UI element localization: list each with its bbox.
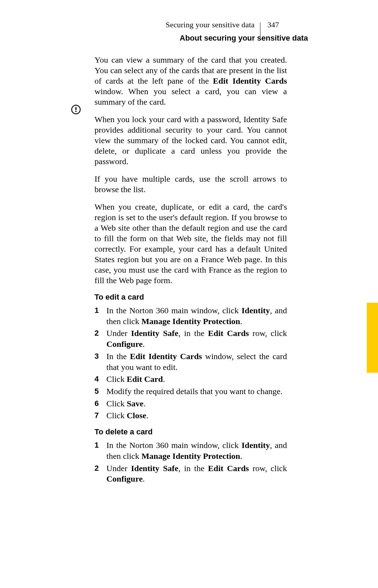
text-run-bold: Identity	[241, 306, 270, 315]
step: Under Identity Safe, in the Edit Cards r…	[94, 328, 287, 349]
text-run-bold: Edit Identity Cards	[130, 352, 202, 361]
steps-edit-card: In the Norton 360 main window, click Ide…	[94, 305, 287, 421]
text-run: .	[144, 399, 146, 408]
text-run-bold: Edit Cards	[208, 329, 249, 338]
text-run: Under	[106, 464, 131, 473]
text-run: , in the	[178, 329, 208, 338]
paragraph-lock: When you lock your card with a password,…	[94, 114, 287, 167]
text-run: In the	[106, 352, 130, 361]
text-run-bold: Edit Cards	[208, 464, 249, 473]
page-number: 347	[267, 20, 279, 29]
text-run: row, click	[249, 329, 287, 338]
text-run: .	[143, 340, 145, 349]
page-content: You can view a summary of the card that …	[94, 55, 287, 491]
paragraph-summary: You can view a summary of the card that …	[94, 55, 287, 107]
text-run: .	[146, 411, 148, 420]
text-run-bold: Manage Identity Protection	[141, 451, 240, 461]
text-run-bold: Configure	[106, 340, 143, 349]
text-run: In the Norton 360 main window, click	[106, 306, 241, 315]
text-run: .	[143, 474, 145, 483]
text-run: .	[240, 317, 242, 326]
svg-rect-1	[75, 107, 76, 110]
text-run: Click	[106, 399, 127, 408]
text-run-bold: Identity	[241, 441, 270, 450]
step: In the Edit Identity Cards window, selec…	[94, 351, 287, 372]
steps-delete-card: In the Norton 360 main window, click Ide…	[94, 440, 287, 484]
step: Under Identity Safe, in the Edit Cards r…	[94, 463, 287, 484]
text-run: , in the	[178, 464, 208, 473]
svg-point-2	[75, 111, 77, 112]
thumb-tab	[367, 303, 378, 373]
text-run-bold: Identity Safe	[131, 464, 178, 473]
text-run-bold: Save	[127, 399, 144, 408]
step: In the Norton 360 main window, click Ide…	[94, 440, 287, 461]
text-run: .	[163, 374, 165, 384]
step: Click Edit Card.	[94, 374, 287, 385]
text-run-bold: Configure	[106, 474, 143, 483]
paragraph-region: When you create, duplicate, or edit a ca…	[94, 202, 287, 286]
text-run: .	[240, 451, 242, 461]
text-run: In the Norton 360 main window, click	[106, 441, 241, 450]
text-run: Under	[106, 329, 131, 338]
page-header: Securing your sensitive data 347 About s…	[166, 18, 308, 43]
section-title: About securing your sensitive data	[180, 34, 308, 43]
step: Modify the required details that you wan…	[94, 386, 287, 397]
heading-delete-card: To delete a card	[94, 427, 287, 436]
text-run-bold: Manage Identity Protection	[141, 317, 240, 326]
text-run: row, click	[249, 464, 287, 473]
text-run-bold: Edit Identity Cards	[213, 76, 287, 85]
text-run: window. When you select a card, you can …	[94, 87, 287, 106]
text-run: Click	[106, 374, 127, 384]
paragraph-scroll: If you have multiple cards, use the scro…	[94, 174, 287, 195]
chapter-title: Securing your sensitive data	[166, 20, 254, 29]
step: Click Save.	[94, 398, 287, 409]
step: In the Norton 360 main window, click Ide…	[94, 305, 287, 327]
svg-rect-4	[75, 105, 76, 106]
heading-edit-card: To edit a card	[94, 293, 287, 302]
warning-icon	[71, 104, 81, 115]
text-run-bold: Close	[127, 411, 146, 420]
text-run-bold: Identity Safe	[131, 329, 178, 338]
text-run: Click	[106, 411, 127, 420]
header-line1: Securing your sensitive data 347	[166, 18, 308, 33]
header-separator	[260, 22, 260, 37]
text-run-bold: Edit Card	[127, 374, 163, 384]
step: Click Close.	[94, 410, 287, 421]
